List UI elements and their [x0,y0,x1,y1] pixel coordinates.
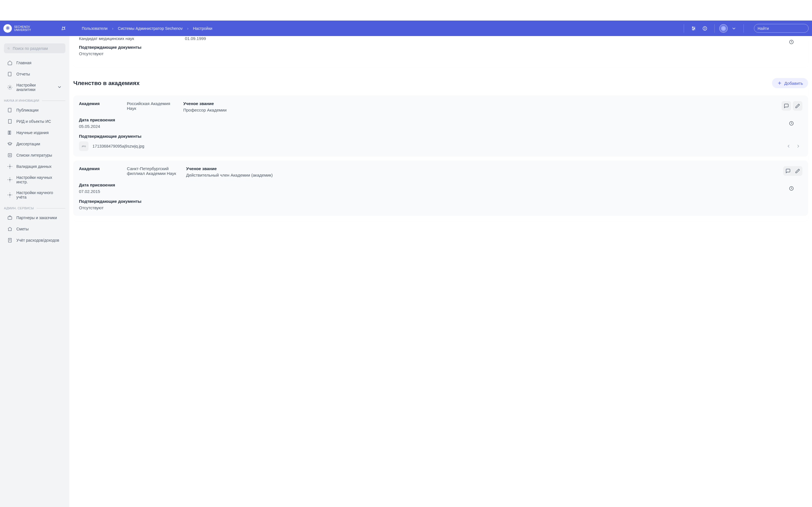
svg-point-19 [9,166,11,167]
sidebar-item-dissertations[interactable]: Диссертации [4,138,65,150]
sidebar-item-rid[interactable]: РИД и объекты ИС [4,116,65,127]
gear-icon [7,192,12,198]
docs-label: Подтверждающие документы [79,45,392,50]
degree-date: 01.09.1999 [185,36,206,41]
card-title: Членство в академиях [73,80,140,87]
sidebar-item-label: Главная [16,61,31,65]
svg-point-20 [9,179,11,180]
sidebar-section-admin: АДМИН. СЕРВИСЫ [4,203,65,212]
sidebar-item-sci-editions[interactable]: Научные издания [4,127,65,138]
rank-value: Действительный член Академии (академик) [186,173,392,177]
top-header: ❋ SECHENOV UNIVERSITY Пользователи › Сис… [0,20,392,36]
card-degree-partial: Кандидат медицинских наук 01.09.1999 Под… [73,36,392,67]
doc-filename[interactable]: 1713368479095aj9szwjq.jpg [93,144,144,149]
breadcrumb-admin[interactable]: Системы Администратор Sechenov [118,26,183,31]
briefcase-icon [7,215,12,220]
chevron-down-icon [57,84,62,91]
logo-icon: ❋ [3,24,12,33]
list-icon [7,153,12,158]
book-icon [7,108,12,113]
book-icon [7,71,12,76]
chevron-right-icon: › [187,26,189,31]
rank-value: Профессор Академии [183,108,392,112]
docs-value: Отсутствуют [79,51,392,56]
date-value: 07.02.2015 [79,189,392,194]
sidebar-item-publications[interactable]: Публикации [4,105,65,116]
home-icon [7,60,12,65]
sidebar-item-label: Настройки научных инстр. [16,175,62,184]
sidebar-item-label: Настройки научного учёта [16,190,62,200]
sidebar: Главная Отчеты Настройки аналитики НАУКА… [0,36,69,244]
receipt-icon [7,238,12,243]
card-academy-membership: Членство в академиях Добавить Академия Р… [73,72,392,221]
breadcrumb-settings[interactable]: Настройки [193,26,212,31]
bank-icon [7,226,12,231]
jpg-file-icon: JPG [79,142,89,151]
sidebar-item-label: Валидация данных [16,164,52,169]
rank-label: Ученое звание [183,101,392,106]
logo-text-2: UNIVERSITY [14,29,31,32]
sidebar-item-reports[interactable]: Отчеты [4,68,65,80]
docs-label: Подтверждающие документы [79,199,392,204]
sidebar-item-lit-lists[interactable]: Списки литературы [4,150,65,161]
svg-point-12 [9,87,11,88]
sidebar-item-expense-income[interactable]: Учёт расходов/доходов [4,235,65,244]
degree-value: Кандидат медицинских наук [79,36,134,41]
svg-rect-16 [8,154,11,157]
breadcrumb: Пользователи › Системы Администратор Sec… [82,26,212,31]
books-icon [7,130,12,135]
gear-icon [7,177,12,182]
docs-label: Подтверждающие документы [79,134,392,138]
academy-label: Академия [79,101,121,106]
gear-icon [7,85,12,90]
academy-label: Академия [79,166,121,171]
sidebar-item-label: Настройки аналитики [16,83,53,92]
logo-text-1: SECHENOV [14,25,31,29]
logo[interactable]: ❋ SECHENOV UNIVERSITY [3,24,31,33]
sidebar-item-label: Учёт расходов/доходов [16,238,59,242]
svg-line-11 [9,49,10,49]
date-label: Дата присвоения [79,182,392,187]
sidebar-item-label: Публикации [16,108,38,112]
search-icon [7,46,10,51]
sidebar-item-label: Диссертации [16,142,40,146]
sidebar-item-home[interactable]: Главная [4,57,65,68]
graduation-cap-icon [7,142,12,147]
gear-icon [7,164,12,169]
sidebar-item-label: Отчеты [16,72,30,76]
building-icon [7,119,12,124]
pin-toggle-icon[interactable] [59,24,68,33]
sidebar-search[interactable] [4,43,65,53]
breadcrumb-users[interactable]: Пользователи [82,26,107,31]
svg-rect-22 [8,217,12,219]
svg-rect-13 [8,119,11,123]
sidebar-item-validation[interactable]: Валидация данных [4,161,65,172]
sidebar-item-partners[interactable]: Партнеры и заказчики [4,212,65,223]
sidebar-item-label: Списки литературы [16,153,52,158]
date-value: 05.05.2024 [79,124,392,129]
date-label: Дата присвоения [79,117,392,122]
academy-value: Санкт-Петербургский филлиал Академии Нау… [127,166,181,176]
sidebar-item-sci-instr-settings[interactable]: Настройки научных инстр. [4,172,65,187]
sidebar-item-sci-accounting[interactable]: Настройки научного учёта [4,187,65,203]
sidebar-item-label: Партнеры и заказчики [16,216,57,220]
sidebar-item-estimates[interactable]: Сметы [4,223,65,235]
sidebar-search-input[interactable] [13,46,62,51]
sidebar-section-science: НАУКА И ИННОВАЦИИ [4,95,65,105]
rank-label: Ученое звание [186,166,392,171]
academy-value: Российская Академия Наук [127,101,177,111]
svg-point-21 [9,194,11,196]
sidebar-item-analytics-settings[interactable]: Настройки аналитики [4,80,65,95]
sidebar-item-label: Научные издания [16,130,49,135]
membership-entry: Академия Российская Академия Наук Ученое… [73,96,392,157]
chevron-right-icon: › [112,26,113,31]
membership-entry: Академия Санкт-Петербургский филлиал Ака… [73,161,392,216]
main-content: Кандидат медицинских наук 01.09.1999 Под… [69,36,392,244]
svg-point-10 [8,48,9,49]
docs-absent: Отсутствуют [79,205,392,210]
sidebar-item-label: РИД и объекты ИС [16,119,51,124]
sidebar-item-label: Сметы [16,227,29,231]
